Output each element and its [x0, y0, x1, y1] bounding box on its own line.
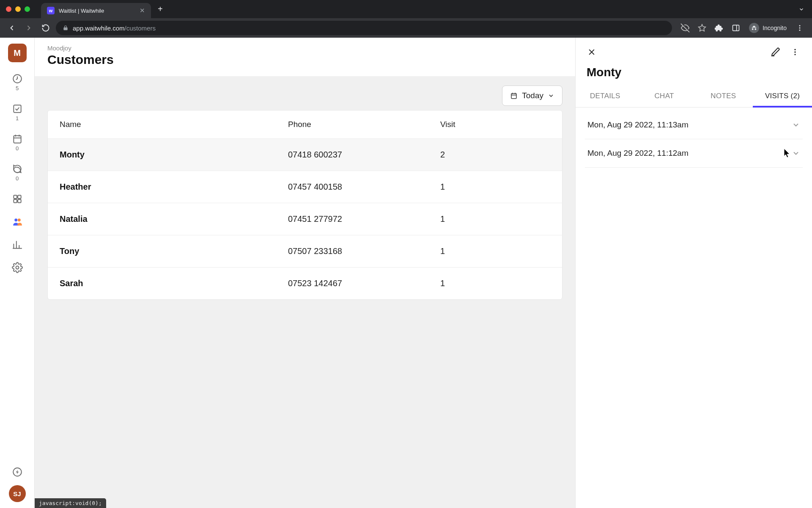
- incognito-label: Incognito: [763, 25, 787, 31]
- page-title: Customers: [47, 52, 562, 67]
- sidebar-item-calendar[interactable]: 0: [8, 133, 27, 152]
- tab-favicon-icon: w: [47, 7, 55, 14]
- cell-name: Monty: [60, 150, 288, 160]
- bolt-icon: [12, 467, 23, 478]
- browser-toolbar: app.waitwhile.com/customers Incognito: [0, 18, 812, 38]
- tabs-overflow-icon[interactable]: [798, 6, 804, 12]
- tab-chat[interactable]: CHAT: [635, 85, 694, 107]
- chat-bubble-icon: [12, 163, 23, 174]
- chevron-down-icon: [548, 92, 554, 99]
- svg-point-18: [16, 266, 19, 269]
- workspace-avatar[interactable]: M: [8, 44, 27, 62]
- customer-detail-panel: Monty DETAILS CHAT NOTES VISITS (2) Mon,…: [575, 38, 812, 508]
- svg-rect-12: [14, 195, 17, 199]
- panel-close-button[interactable]: [585, 45, 598, 59]
- side-panel-icon[interactable]: [729, 21, 743, 35]
- page-header: Moodjoy Customers: [35, 38, 575, 76]
- panel-more-button[interactable]: [787, 44, 803, 60]
- tab-title: Waitlist | Waitwhile: [59, 8, 135, 14]
- grid-icon: [12, 193, 23, 204]
- tab-visits[interactable]: VISITS (2): [753, 85, 812, 107]
- sidebar-item-power[interactable]: [8, 467, 27, 478]
- cell-phone: 07418 600237: [288, 150, 440, 160]
- svg-point-28: [794, 51, 796, 52]
- cell-phone: 07451 277972: [288, 214, 440, 224]
- tab-notes[interactable]: NOTES: [694, 85, 753, 107]
- lock-icon: [63, 25, 69, 31]
- url-path: /customers: [125, 25, 156, 32]
- svg-rect-14: [14, 199, 17, 203]
- new-tab-button[interactable]: +: [158, 4, 163, 14]
- table-row[interactable]: Heather07457 4001581: [48, 171, 562, 203]
- user-avatar[interactable]: SJ: [9, 485, 26, 502]
- visit-item[interactable]: Mon, Aug 29 2022, 11:12am: [585, 139, 803, 168]
- app-sidebar: M 5 1 0 0: [0, 38, 35, 508]
- bookmark-star-icon[interactable]: [695, 21, 709, 35]
- window-minimize-button[interactable]: [15, 6, 21, 12]
- date-filter-label: Today: [522, 91, 543, 100]
- svg-rect-20: [511, 94, 516, 99]
- svg-point-4: [799, 28, 801, 29]
- nav-forward-button[interactable]: [22, 21, 36, 35]
- tab-details[interactable]: DETAILS: [576, 85, 635, 107]
- nav-back-button[interactable]: [5, 21, 19, 35]
- svg-rect-1: [733, 25, 739, 30]
- cell-visit: 1: [440, 182, 550, 192]
- table-row[interactable]: Natalia07451 2779721: [48, 203, 562, 235]
- visit-item[interactable]: Mon, Aug 29 2022, 11:13am: [585, 111, 803, 139]
- checkbox-icon: [12, 103, 23, 114]
- browser-tab[interactable]: w Waitlist | Waitwhile ✕: [41, 3, 151, 18]
- sidebar-item-served[interactable]: 1: [8, 103, 27, 121]
- panel-customer-name: Monty: [576, 63, 812, 85]
- table-row[interactable]: Monty07418 6002372: [48, 138, 562, 171]
- window-zoom-button[interactable]: [25, 6, 30, 12]
- sidebar-count-served: 1: [16, 115, 19, 121]
- people-icon: [12, 216, 23, 227]
- cell-name: Natalia: [60, 214, 288, 224]
- sidebar-count-calendar: 0: [16, 145, 19, 152]
- browser-status-bar: javascript:void(0);: [35, 498, 106, 508]
- bar-chart-icon: [12, 239, 23, 250]
- eye-off-icon[interactable]: [678, 21, 692, 35]
- cell-name: Sarah: [60, 279, 288, 288]
- svg-rect-7: [14, 105, 21, 112]
- calendar-small-icon: [510, 92, 518, 99]
- extensions-icon[interactable]: [712, 21, 726, 35]
- incognito-indicator[interactable]: Incognito: [746, 23, 790, 33]
- clock-icon: [12, 73, 23, 84]
- cell-phone: 07507 233168: [288, 246, 440, 256]
- table-row[interactable]: Sarah07523 1424671: [48, 267, 562, 299]
- tab-close-icon[interactable]: ✕: [140, 7, 145, 14]
- svg-point-3: [799, 25, 801, 26]
- visits-list: Mon, Aug 29 2022, 11:13amMon, Aug 29 202…: [576, 108, 812, 171]
- cell-visit: 1: [440, 246, 550, 256]
- nav-reload-button[interactable]: [39, 21, 52, 35]
- sidebar-item-waitlist[interactable]: 5: [8, 73, 27, 91]
- chrome-menu-icon[interactable]: [793, 21, 807, 35]
- panel-edit-button[interactable]: [768, 44, 783, 60]
- cell-phone: 07457 400158: [288, 182, 440, 192]
- calendar-icon: [12, 133, 23, 144]
- svg-point-16: [14, 218, 17, 221]
- svg-point-29: [794, 54, 796, 55]
- sidebar-item-settings[interactable]: [8, 262, 27, 273]
- date-filter-button[interactable]: Today: [502, 86, 562, 106]
- window-close-button[interactable]: [6, 6, 11, 12]
- gear-icon: [12, 262, 23, 273]
- svg-point-5: [799, 30, 801, 31]
- url-domain: app.waitwhile.com: [73, 25, 125, 32]
- col-header-visit[interactable]: Visit: [440, 120, 550, 129]
- main-content: Moodjoy Customers Today Name Phone Visit…: [35, 38, 575, 508]
- sidebar-item-analytics[interactable]: [8, 239, 27, 250]
- table-row[interactable]: Tony07507 2331681: [48, 235, 562, 267]
- chevron-down-icon: [792, 149, 800, 157]
- breadcrumb: Moodjoy: [47, 44, 562, 52]
- sidebar-item-apps[interactable]: [8, 193, 27, 204]
- address-bar[interactable]: app.waitwhile.com/customers: [56, 21, 672, 35]
- sidebar-item-customers[interactable]: [8, 216, 27, 227]
- visit-timestamp: Mon, Aug 29 2022, 11:12am: [587, 149, 689, 158]
- col-header-phone[interactable]: Phone: [288, 120, 440, 129]
- svg-point-27: [794, 49, 796, 50]
- col-header-name[interactable]: Name: [60, 120, 288, 129]
- sidebar-item-messages[interactable]: 0: [8, 163, 27, 182]
